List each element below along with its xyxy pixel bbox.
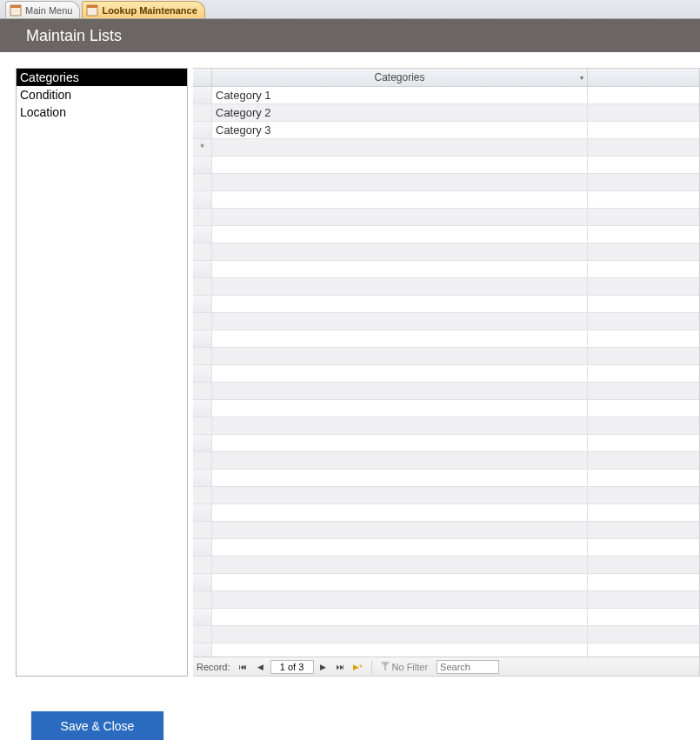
cell-extra [588,122,699,139]
cell [212,504,588,522]
record-label: Record: [197,662,230,672]
cell-extra [588,557,699,574]
nav-next-button[interactable]: ▶ [316,660,331,674]
row-selector [193,191,212,209]
row-selector [193,504,212,522]
empty-row [193,400,699,417]
new-row-marker[interactable]: * [193,139,212,157]
record-position-input[interactable] [270,660,314,674]
sidebar-item-label: Condition [20,88,71,102]
save-close-button[interactable]: Save & Close [31,711,163,740]
empty-row [193,313,699,330]
button-label: Save & Close [61,719,135,733]
search-input[interactable] [437,660,499,674]
empty-row [193,626,699,643]
row-selector[interactable] [193,87,212,104]
empty-row [193,243,699,261]
row-selector [193,417,212,435]
row-selector [193,643,212,657]
sidebar-item-categories[interactable]: Categories [17,69,187,86]
row-selector [193,226,212,243]
row-selector [193,296,212,313]
empty-row [193,191,699,209]
empty-row [193,296,699,313]
empty-row [193,383,699,400]
datasheet-header: Categories ▾ [193,69,699,87]
nav-new-button[interactable]: ▶* [350,660,366,674]
svg-rect-1 [10,5,21,8]
chevron-down-icon[interactable]: ▾ [580,74,583,82]
row-selector [193,278,212,296]
empty-row [193,157,699,174]
cell-extra [588,278,699,296]
empty-row [193,452,699,470]
empty-row [193,435,699,452]
empty-row [193,365,699,383]
empty-row [193,591,699,609]
cell [212,209,588,226]
cell [212,591,588,609]
row-selector [193,470,212,487]
sidebar-list[interactable]: Categories Condition Location [16,68,188,677]
table-row[interactable]: Category 2 [193,104,699,122]
row-selector [193,452,212,470]
row-selector[interactable] [193,122,212,139]
cell [212,191,588,209]
nav-first-button[interactable]: ⏮ [236,660,251,674]
new-row[interactable]: * [193,139,699,157]
cell [212,383,588,400]
empty-row [193,261,699,278]
cell[interactable] [212,139,588,157]
workspace: Categories Condition Location Categories… [16,68,700,677]
row-selector-header[interactable] [193,69,212,86]
cell-extra [588,400,699,417]
filter-toggle[interactable]: No Filter [377,662,432,672]
cell[interactable]: Category 1 [212,87,588,104]
row-selector [193,609,212,626]
cell-extra [588,539,699,557]
nav-prev-button[interactable]: ◀ [253,660,269,674]
empty-row [193,487,699,504]
sidebar-item-condition[interactable]: Condition [17,86,187,103]
cell-extra [588,226,699,243]
nav-last-button[interactable]: ⏭ [333,660,349,674]
table-row[interactable]: Category 1 [193,87,699,104]
row-selector [193,157,212,174]
page-header: Maintain Lists [0,19,700,52]
filter-label: No Filter [392,662,429,672]
tab-lookup-maintenance[interactable]: Lookup Maintenance [82,1,204,18]
row-selector [193,365,212,383]
cell [212,226,588,243]
empty-row [193,557,699,574]
funnel-icon [381,662,390,672]
cell-extra [588,591,699,609]
column-header-categories[interactable]: Categories ▾ [212,69,588,86]
row-selector [193,557,212,574]
cell [212,261,588,278]
tab-bar: Main Menu Lookup Maintenance [0,0,700,19]
row-selector [193,209,212,226]
row-selector[interactable] [193,104,212,122]
cell-extra [588,417,699,435]
cell-extra [588,139,699,157]
cell-extra [588,365,699,383]
empty-row [193,609,699,626]
cell-extra [588,157,699,174]
cell[interactable]: Category 2 [212,104,588,122]
cell-extra [588,87,699,104]
page-title: Maintain Lists [26,27,122,45]
empty-row [193,574,699,591]
sidebar-item-location[interactable]: Location [17,103,187,121]
cell [212,452,588,470]
cell [212,330,588,348]
row-selector [193,487,212,504]
cell [212,296,588,313]
column-label: Categories [374,71,424,83]
table-row[interactable]: Category 3 [193,122,699,139]
tab-main-menu[interactable]: Main Menu [5,1,80,18]
row-selector [193,400,212,417]
cell-extra [588,470,699,487]
row-selector [193,522,212,539]
cell-extra [588,383,699,400]
cell[interactable]: Category 3 [212,122,588,139]
